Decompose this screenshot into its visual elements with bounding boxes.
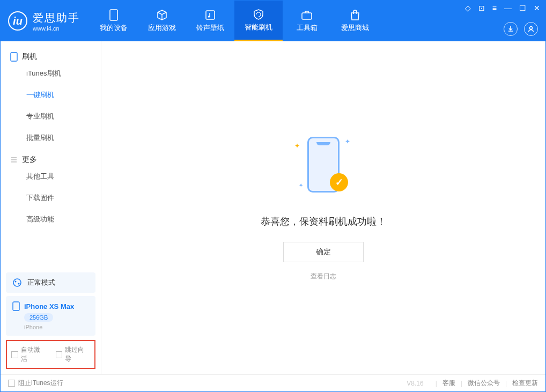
refresh-shield-icon (252, 9, 265, 20)
tshirt-icon[interactable]: ◇ (465, 4, 471, 12)
app-url: www.i4.cn (33, 25, 80, 32)
mode-label: 正常模式 (27, 278, 55, 287)
success-message: 恭喜您，保资料刷机成功啦！ (261, 215, 386, 228)
footer-link-update[interactable]: 检查更新 (512, 379, 538, 388)
mode-card[interactable]: 正常模式 (6, 272, 95, 293)
footer-right: V8.16 | 客服 | 微信公众号 | 检查更新 (407, 379, 538, 388)
nav-store[interactable]: 爱思商城 (331, 1, 379, 41)
options-row: 自动激活 跳过向导 (6, 340, 95, 369)
body: 刷机 iTunes刷机 一键刷机 专业刷机 批量刷机 更多 其他工具 下载固件 … (1, 41, 545, 374)
checkbox-box (8, 380, 15, 387)
sidebar-item-download-firmware[interactable]: 下载固件 (1, 187, 101, 209)
svg-rect-3 (302, 13, 312, 19)
device-card[interactable]: iPhone XS Max 256GB iPhone (6, 296, 95, 336)
footer-link-wechat[interactable]: 微信公众号 (468, 379, 500, 388)
bag-icon (348, 9, 362, 21)
nav-apps[interactable]: 应用游戏 (138, 1, 186, 41)
sidebar-bottom: 正常模式 iPhone XS Max 256GB iPhone 自动激活 (1, 269, 101, 374)
checkbox-auto-activate[interactable]: 自动激活 (11, 345, 46, 364)
svg-rect-0 (110, 10, 117, 20)
svg-point-2 (208, 16, 210, 18)
checkbox-label: 跳过向导 (65, 345, 90, 364)
svg-point-4 (530, 27, 533, 29)
user-button[interactable] (524, 22, 538, 36)
menu-icon[interactable]: ≡ (492, 4, 497, 12)
checkbox-block-itunes[interactable]: 阻止iTunes运行 (8, 379, 63, 388)
check-badge-icon: ✓ (330, 173, 348, 191)
svg-rect-9 (13, 302, 19, 310)
nav-label: 智能刷机 (245, 23, 272, 32)
sidebar-item-itunes-flash[interactable]: iTunes刷机 (1, 63, 101, 84)
app-window: iu 爱思助手 www.i4.cn 我的设备 应用游戏 铃声壁纸 智能刷机 (0, 0, 546, 392)
close-button[interactable]: ✕ (534, 4, 540, 12)
sidebar-scroll: 刷机 iTunes刷机 一键刷机 专业刷机 批量刷机 更多 其他工具 下载固件 … (1, 41, 101, 269)
sidebar-group-more: 更多 (1, 149, 101, 166)
logo-text: 爱思助手 www.i4.cn (33, 11, 80, 32)
svg-rect-5 (11, 53, 17, 61)
cube-icon (155, 9, 169, 21)
checkbox-label: 自动激活 (21, 345, 46, 364)
nav-toolbox[interactable]: 工具箱 (283, 1, 331, 41)
nav-label: 铃声壁纸 (196, 23, 224, 33)
view-log-link[interactable]: 查看日志 (311, 272, 336, 281)
device-icon (107, 9, 121, 21)
sidebar: 刷机 iTunes刷机 一键刷机 专业刷机 批量刷机 更多 其他工具 下载固件 … (1, 41, 101, 374)
device-name: iPhone XS Max (24, 302, 74, 310)
nav-ringtones[interactable]: 铃声壁纸 (186, 1, 234, 41)
sidebar-item-oneclick-flash[interactable]: 一键刷机 (1, 84, 101, 106)
version-label: V8.16 (407, 380, 423, 387)
nav-label: 我的设备 (100, 23, 128, 33)
toolbox-icon (300, 9, 314, 21)
checkbox-skip-guide[interactable]: 跳过向导 (56, 345, 91, 364)
checkbox-box (56, 351, 63, 358)
svg-point-6 (13, 279, 21, 286)
footer-link-support[interactable]: 客服 (442, 379, 455, 388)
download-button[interactable] (504, 22, 518, 36)
group-title: 更多 (22, 155, 37, 165)
music-icon (203, 9, 217, 21)
ok-button[interactable]: 确定 (283, 242, 364, 262)
checkbox-box (11, 351, 18, 358)
mode-icon (12, 278, 22, 287)
nav-label: 爱思商城 (341, 23, 369, 33)
header-right (504, 22, 538, 36)
group-title: 刷机 (22, 52, 37, 62)
feedback-icon[interactable]: ⊡ (478, 4, 485, 12)
svg-point-7 (15, 281, 17, 283)
storage-badge: 256GB (24, 313, 53, 322)
logo-area: iu 爱思助手 www.i4.cn (1, 1, 90, 41)
sidebar-group-flash: 刷机 (1, 46, 101, 63)
header: iu 爱思助手 www.i4.cn 我的设备 应用游戏 铃声壁纸 智能刷机 (1, 1, 545, 41)
sidebar-item-pro-flash[interactable]: 专业刷机 (1, 106, 101, 127)
sidebar-item-batch-flash[interactable]: 批量刷机 (1, 127, 101, 149)
device-type: iPhone (24, 324, 42, 330)
nav-label: 应用游戏 (148, 23, 176, 33)
success-panel: ✦ ✦ ✦ ✓ 恭喜您，保资料刷机成功啦！ 确定 查看日志 (261, 135, 386, 281)
sparkle-icon: ✦ (299, 182, 303, 188)
app-name: 爱思助手 (33, 11, 80, 25)
nav-flash[interactable]: 智能刷机 (234, 1, 283, 41)
sparkle-icon: ✦ (294, 142, 300, 150)
svg-point-8 (18, 283, 20, 285)
checkbox-label: 阻止iTunes运行 (18, 379, 63, 388)
svg-rect-1 (206, 11, 215, 19)
sidebar-item-advanced[interactable]: 高级功能 (1, 209, 101, 230)
sidebar-item-other-tools[interactable]: 其他工具 (1, 166, 101, 187)
list-icon (10, 156, 18, 164)
logo-icon: iu (8, 11, 27, 31)
sparkle-icon: ✦ (345, 138, 350, 145)
device-icon (12, 301, 20, 311)
nav-my-device[interactable]: 我的设备 (90, 1, 138, 41)
success-illustration: ✦ ✦ ✦ ✓ (291, 135, 356, 199)
minimize-button[interactable]: — (504, 4, 512, 12)
phone-icon (10, 52, 18, 62)
top-nav: 我的设备 应用游戏 铃声壁纸 智能刷机 工具箱 爱思商城 (90, 1, 379, 41)
footer: 阻止iTunes运行 V8.16 | 客服 | 微信公众号 | 检查更新 (1, 374, 545, 391)
window-controls: ◇ ⊡ ≡ — ☐ ✕ (465, 4, 540, 12)
nav-label: 工具箱 (297, 23, 318, 33)
main-content: ✦ ✦ ✦ ✓ 恭喜您，保资料刷机成功啦！ 确定 查看日志 (101, 41, 545, 374)
maximize-button[interactable]: ☐ (519, 4, 526, 12)
